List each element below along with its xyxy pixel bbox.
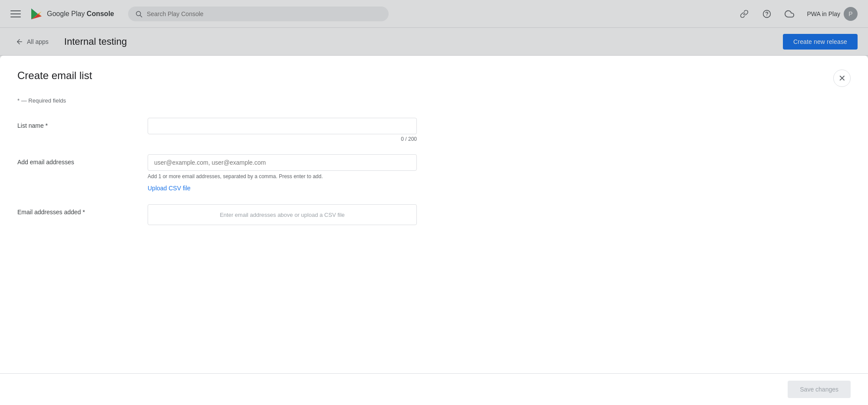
- add-email-row: Add email addresses Add 1 or more email …: [17, 154, 851, 192]
- close-dialog-button[interactable]: ✕: [833, 70, 851, 87]
- email-added-placeholder: Enter email addresses above or upload a …: [220, 212, 345, 218]
- close-icon: ✕: [838, 73, 846, 83]
- add-email-hint: Add 1 or more email addresses, separated…: [148, 173, 417, 179]
- dialog-title: Create email list: [17, 70, 92, 82]
- dialog-header: Create email list ✕: [17, 70, 851, 87]
- dialog-footer: Save changes: [0, 373, 868, 405]
- dialog-overlay: Create email list ✕ * — Required fields …: [0, 0, 868, 405]
- save-changes-button[interactable]: Save changes: [788, 381, 851, 398]
- required-note: * — Required fields: [17, 97, 851, 104]
- list-name-field: 0 / 200: [148, 118, 417, 142]
- email-added-label: Email addresses added *: [17, 204, 130, 216]
- add-email-input[interactable]: [148, 154, 417, 171]
- email-added-box: Enter email addresses above or upload a …: [148, 204, 417, 225]
- list-name-label: List name *: [17, 118, 130, 129]
- list-name-input[interactable]: [148, 118, 417, 134]
- upload-csv-link[interactable]: Upload CSV file: [148, 185, 191, 192]
- list-name-row: List name * 0 / 200: [17, 118, 851, 142]
- email-added-row: Email addresses added * Enter email addr…: [17, 204, 851, 225]
- create-email-list-dialog: Create email list ✕ * — Required fields …: [0, 56, 868, 405]
- add-email-label: Add email addresses: [17, 154, 130, 166]
- char-count: 0 / 200: [148, 136, 417, 142]
- add-email-field: Add 1 or more email addresses, separated…: [148, 154, 417, 192]
- email-added-field: Enter email addresses above or upload a …: [148, 204, 417, 225]
